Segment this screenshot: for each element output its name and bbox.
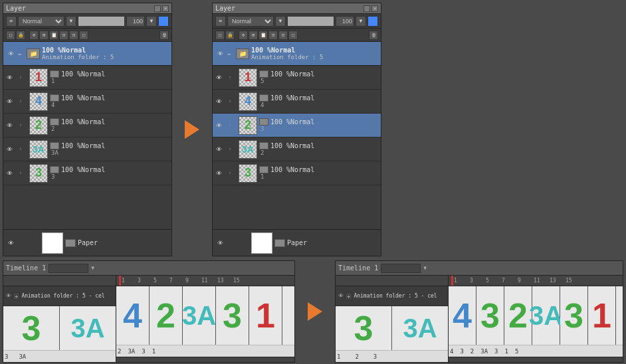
left-tb2-icon4[interactable]: ⊞ — [39, 31, 49, 40]
left-blend-arrow[interactable]: ▼ — [66, 16, 76, 27]
right-tb2-icon6[interactable]: ⊡ — [268, 31, 278, 40]
right-rc-1: 1 — [588, 286, 616, 345]
right-layer-row-3[interactable]: 👁 › 3A 100 %Normal 2 — [213, 137, 381, 161]
left-blend-dropdown[interactable]: Normal — [18, 16, 64, 27]
right-chevron-2[interactable]: › — [223, 122, 237, 128]
left-num-0: 1 — [35, 70, 42, 84]
right-tb2-icon8[interactable]: □ — [288, 31, 298, 40]
left-eye-3[interactable]: 👁 — [5, 145, 14, 154]
left-opacity-input[interactable]: 100 — [126, 16, 145, 27]
left-close-btn[interactable]: × — [162, 5, 169, 12]
right-root-folder[interactable]: 👁 ✏ 📁 100 %Normal Animation folder : 5 — [213, 42, 381, 66]
left-chevron-2[interactable]: › — [14, 122, 27, 128]
left-chevron-1[interactable]: › — [14, 98, 27, 104]
right-close-btn[interactable]: × — [371, 5, 378, 12]
left-tl-dropdown[interactable] — [49, 264, 88, 273]
right-thumb-2: 2 — [239, 116, 257, 135]
left-opacity-arrow[interactable]: ▼ — [146, 16, 157, 27]
right-layer-row-0[interactable]: 👁 › 1 100 %Normal 5 — [213, 66, 381, 90]
right-minimize-btn[interactable]: _ — [364, 5, 370, 12]
left-chevron-3[interactable]: › — [14, 146, 27, 152]
right-chevron-4[interactable]: › — [223, 170, 237, 176]
right-chevron-0[interactable]: › — [223, 74, 237, 80]
left-layer-row-2[interactable]: 👁 › 2 100 %Normal 2 — [3, 114, 171, 137]
right-blend-arrow[interactable]: ▼ — [275, 16, 286, 27]
left-color-box[interactable] — [158, 16, 169, 27]
left-tb2-icon3[interactable]: ⊕ — [29, 31, 39, 40]
right-num-1: 4 — [245, 94, 251, 108]
right-tl-eye[interactable]: 👁 — [338, 293, 344, 299]
left-eye-0[interactable]: 👁 — [5, 73, 14, 82]
left-layer-row-4[interactable]: 👁 › 3 100 %Normal 3 — [3, 161, 171, 185]
left-root-folder[interactable]: 👁 ✏ 📁 100 %Normal Animation folder : 5 — [3, 42, 171, 66]
right-tl-add-btn[interactable]: + — [345, 292, 352, 300]
right-tb2-icon4[interactable]: ⊞ — [249, 31, 258, 40]
right-chevron-1[interactable]: › — [223, 98, 237, 104]
right-root-eye[interactable]: 👁 — [215, 49, 225, 58]
right-eye-2[interactable]: 👁 — [214, 121, 223, 130]
left-eye-2[interactable]: 👁 — [5, 121, 14, 130]
right-eye-1[interactable]: 👁 — [214, 97, 223, 106]
left-big-cell-3a: 3A — [60, 306, 116, 350]
left-eye-4[interactable]: 👁 — [5, 169, 14, 178]
right-layer-sub-4: 1 — [259, 173, 379, 180]
left-tb2-icon2[interactable]: 🔒 — [16, 31, 25, 40]
right-chevron-3[interactable]: › — [223, 146, 237, 152]
right-blend-dropdown[interactable]: Normal — [227, 16, 274, 27]
left-root-folder-info: 100 %Normal Animation folder : 5 — [42, 46, 169, 60]
right-tb2-icon5[interactable]: 📋 — [259, 31, 268, 40]
right-eye-0[interactable]: 👁 — [214, 73, 223, 82]
left-layer-icon1[interactable]: ≡ — [6, 16, 17, 27]
left-folder-sm-4 — [50, 166, 59, 173]
left-paper-eye[interactable]: 👁 — [6, 238, 15, 248]
left-tb2-icon1[interactable]: □ — [6, 31, 15, 40]
left-layer-row-1[interactable]: 👁 › 4 100 %Normal 4 — [3, 90, 171, 114]
left-tl-scrollbar[interactable] — [116, 357, 294, 362]
left-minimize-btn[interactable]: _ — [154, 5, 161, 12]
left-tb2-trash[interactable]: 🗑 — [159, 31, 169, 40]
right-tb2-icon2[interactable]: 🔒 — [225, 31, 235, 40]
left-layer-row-0[interactable]: 👁 › 1 100 %Normal 1 — [3, 66, 171, 90]
right-layer-row-1[interactable]: 👁 › 4 100 %Normal 4 — [213, 90, 381, 114]
right-layer-row-2[interactable]: 👁 › 2 100 %Normal 3 — [213, 114, 381, 137]
right-rb-4: 4 — [450, 348, 453, 355]
left-tl-dd-arrow[interactable]: ▼ — [91, 265, 98, 272]
right-layer-icon1[interactable]: ≡ — [215, 16, 226, 27]
right-tb2-icon7[interactable]: ⊡ — [278, 31, 288, 40]
left-paper-row[interactable]: 👁 Paper — [3, 229, 171, 256]
right-tb2-icon1[interactable]: □ — [215, 31, 225, 40]
right-tl-dropdown[interactable] — [381, 264, 421, 273]
left-tb2-icon6[interactable]: ⊡ — [59, 31, 68, 40]
right-layer-row-4[interactable]: 👁 › 3 100 %Normal 1 — [213, 161, 381, 185]
left-tb2-icon7[interactable]: ⊡ — [69, 31, 78, 40]
right-opacity-arrow[interactable]: ▼ — [356, 16, 366, 27]
right-root-pencil[interactable]: ✏ — [225, 49, 234, 58]
right-paper-eye[interactable]: 👁 — [215, 238, 225, 248]
left-chevron-0[interactable]: › — [14, 74, 27, 80]
left-tl-add-btn[interactable]: + — [13, 292, 20, 300]
left-layer-row-3[interactable]: 👁 › 3A 100 %Normal 3A — [3, 137, 171, 161]
left-num-4: 3 — [35, 166, 42, 180]
right-eye-4[interactable]: 👁 — [214, 169, 223, 178]
right-color-box[interactable] — [367, 16, 378, 27]
left-tb2-icon5[interactable]: 📋 — [49, 31, 58, 40]
left-tl-body: 👁 + Animation folder : 5 - cel 3 3A 3 — [3, 276, 294, 362]
right-tl-scrollbar[interactable] — [449, 357, 623, 362]
right-opacity-input[interactable]: 100 — [336, 16, 354, 27]
left-eye-1[interactable]: 👁 — [5, 97, 14, 106]
right-tb2-icon3[interactable]: ⊕ — [239, 31, 248, 40]
right-tb2-trash[interactable]: 🗑 — [369, 31, 378, 40]
right-info-4: 100 %Normal 1 — [259, 166, 379, 180]
right-tl-dd-arrow[interactable]: ▼ — [423, 265, 430, 272]
right-layer-name-2: 100 %Normal — [270, 118, 314, 126]
right-eye-3[interactable]: 👁 — [214, 145, 223, 154]
right-tl-ruler: 1 3 5 7 9 11 13 15 — [449, 276, 623, 286]
left-tb2-icon8[interactable]: □ — [79, 31, 88, 40]
right-layer-toolbar1: ≡ Normal ▼ 100 ▼ — [213, 14, 381, 29]
left-chevron-4[interactable]: › — [14, 170, 27, 176]
left-tl-eye[interactable]: 👁 — [6, 293, 11, 299]
left-tl-ruler: 1 3 5 7 9 11 13 15 — [116, 276, 294, 286]
left-root-eye[interactable]: 👁 — [6, 49, 15, 58]
right-paper-row[interactable]: 👁 Paper — [213, 229, 381, 256]
left-root-pencil[interactable]: ✏ — [15, 49, 25, 58]
